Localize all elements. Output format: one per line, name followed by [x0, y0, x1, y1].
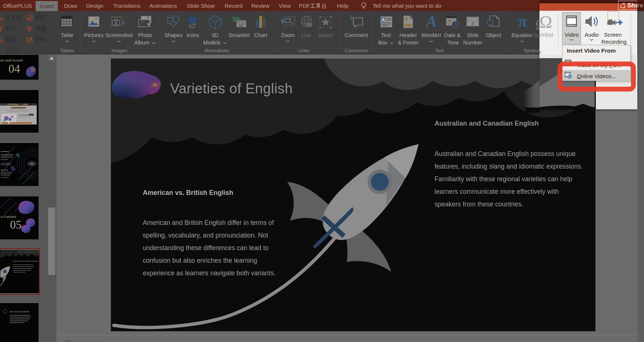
- svg-text:n Context: n Context: [1, 215, 16, 219]
- svg-text:π: π: [518, 15, 527, 29]
- svg-text:#: #: [471, 21, 474, 26]
- svg-text:A: A: [425, 15, 437, 29]
- svg-text:A: A: [382, 17, 385, 22]
- svg-text:Australian and Canadian Englis: Australian and Canadian English: [13, 260, 39, 262]
- svg-text:05: 05: [10, 218, 22, 231]
- svg-text:Aims of Course Books: Aims of Course Books: [10, 311, 30, 313]
